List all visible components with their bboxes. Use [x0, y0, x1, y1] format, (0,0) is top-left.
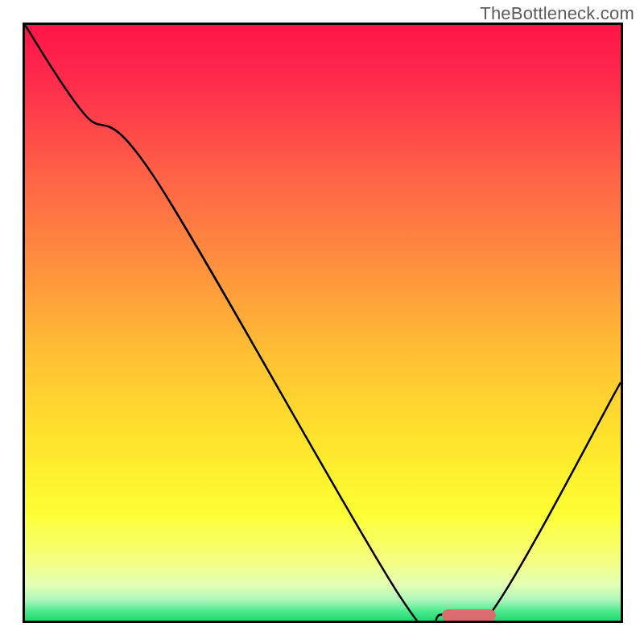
plot-area [23, 23, 623, 623]
watermark-text: TheBottleneck.com [480, 3, 634, 24]
bottleneck-curve [25, 25, 621, 621]
optimal-range-marker [442, 609, 496, 621]
